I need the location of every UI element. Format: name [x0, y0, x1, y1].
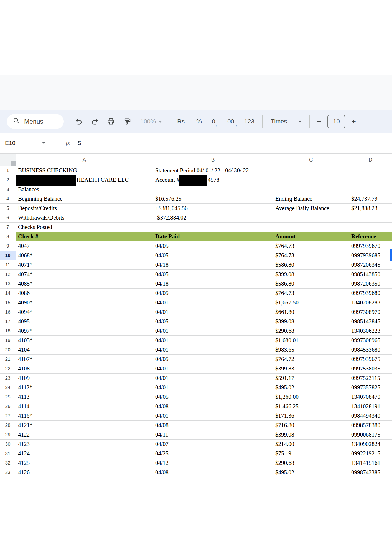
row-header-25[interactable]: 25	[0, 392, 16, 402]
row-header-22[interactable]: 22	[0, 364, 16, 374]
cell[interactable]: 4104	[16, 345, 153, 355]
cell[interactable]: 04/05	[153, 392, 273, 402]
cell[interactable]: 1340208283	[349, 298, 392, 307]
select-all-corner[interactable]	[0, 154, 16, 166]
cell[interactable]: 0997538035	[349, 364, 392, 374]
cell[interactable]: 4094*	[16, 307, 153, 317]
cell[interactable]: 04/01	[153, 364, 273, 374]
cell[interactable]: $586.80	[273, 279, 349, 289]
cell[interactable]: BUSINESS CHECKING	[16, 166, 153, 175]
row-header-24[interactable]: 24	[0, 383, 16, 392]
cell[interactable]	[349, 175, 392, 185]
row-header-10[interactable]: 10	[0, 251, 16, 260]
cell[interactable]: $495.02	[273, 468, 349, 477]
cell[interactable]: 1341415161	[349, 458, 392, 468]
row-header-13[interactable]: 13	[0, 279, 16, 289]
row-header-19[interactable]: 19	[0, 336, 16, 345]
cell[interactable]: Beginning Balance	[16, 194, 153, 204]
more-formats-button[interactable]: 123	[244, 118, 254, 125]
cell[interactable]	[273, 185, 349, 194]
name-box[interactable]: E10	[5, 140, 41, 146]
cell[interactable]: $290.68	[273, 326, 349, 336]
redo-icon[interactable]	[91, 118, 99, 125]
cell[interactable]	[349, 223, 392, 232]
menus-search-button[interactable]: Menus	[7, 114, 64, 129]
cell[interactable]: 0984494340	[349, 411, 392, 421]
cell[interactable]: 04/01	[153, 336, 273, 345]
cell[interactable]: 4047	[16, 241, 153, 251]
row-header-14[interactable]: 14	[0, 289, 16, 298]
cell[interactable]: 04/12	[153, 458, 273, 468]
cell[interactable]	[153, 185, 273, 194]
cell[interactable]: 04/01	[153, 383, 273, 392]
cell[interactable]: $214.00	[273, 440, 349, 449]
row-header-32[interactable]: 32	[0, 458, 16, 468]
row-header-6[interactable]: 6	[0, 213, 16, 223]
cell[interactable]: $75.19	[273, 449, 349, 458]
cell[interactable]: 0998743385	[349, 468, 392, 477]
cell[interactable]: 0997939670	[349, 241, 392, 251]
cell[interactable]	[349, 166, 392, 175]
cell[interactable]	[273, 166, 349, 175]
cell[interactable]: Check #	[16, 232, 153, 241]
cell[interactable]	[153, 223, 273, 232]
row-header-5[interactable]: 5	[0, 204, 16, 213]
cell[interactable]: 04/08	[153, 421, 273, 430]
cell[interactable]: 04/25	[153, 449, 273, 458]
cell[interactable]: 0990068175	[349, 430, 392, 440]
percent-format-button[interactable]: %	[196, 118, 202, 125]
cell[interactable]: 1340306223	[349, 326, 392, 336]
cell[interactable]: 4116*	[16, 411, 153, 421]
cell[interactable]: 0997357825	[349, 383, 392, 392]
cell[interactable]: $716.80	[273, 421, 349, 430]
cell[interactable]: 0992219215	[349, 449, 392, 458]
cell[interactable]: -$372,884.02	[153, 213, 273, 223]
row-header-11[interactable]: 11	[0, 260, 16, 270]
cell[interactable]: $764.73	[273, 289, 349, 298]
cell[interactable]: $399.83	[273, 364, 349, 374]
cell[interactable]: $24,737.79	[349, 194, 392, 204]
cell[interactable]: $661.80	[273, 307, 349, 317]
cell[interactable]: 4086	[16, 289, 153, 298]
cell[interactable]: $764.73	[273, 251, 349, 260]
cell[interactable]: $399.08	[273, 430, 349, 440]
cell[interactable]: 04/01	[153, 374, 273, 383]
cell[interactable]	[273, 213, 349, 223]
cell[interactable]: 04/05	[153, 251, 273, 260]
cell[interactable]: 4114	[16, 402, 153, 411]
cell[interactable]: 0997308965	[349, 336, 392, 345]
column-header-d[interactable]: D	[349, 154, 392, 166]
cell[interactable]: 04/07	[153, 440, 273, 449]
cell[interactable]: $586.80	[273, 260, 349, 270]
row-header-29[interactable]: 29	[0, 430, 16, 440]
cell[interactable]: 4112*	[16, 383, 153, 392]
decrease-font-size-button[interactable]: −	[317, 117, 321, 126]
cell[interactable]: $399.08	[273, 317, 349, 326]
cell[interactable]: $495.02	[273, 383, 349, 392]
formula-input[interactable]: S	[77, 140, 81, 146]
cell[interactable]: 4097*	[16, 326, 153, 336]
cell[interactable]: 4068*	[16, 251, 153, 260]
cell[interactable]: $983.65	[273, 345, 349, 355]
row-header-18[interactable]: 18	[0, 326, 16, 336]
cell[interactable]: $399.08	[273, 270, 349, 279]
cell[interactable]: 04/05	[153, 241, 273, 251]
cell[interactable]: Average Daily Balance	[273, 204, 349, 213]
cell[interactable]: 04/05	[153, 289, 273, 298]
cell[interactable]: 0997523115	[349, 374, 392, 383]
cell[interactable]: $21,888.23	[349, 204, 392, 213]
row-header-33[interactable]: 33	[0, 468, 16, 477]
cell[interactable]: 4095	[16, 317, 153, 326]
paint-format-icon[interactable]	[123, 118, 131, 125]
cell[interactable]: $1,680.01	[273, 336, 349, 345]
cell[interactable]: $1,657.50	[273, 298, 349, 307]
cell[interactable]: 0987206350	[349, 279, 392, 289]
cell[interactable]: 1341028191	[349, 402, 392, 411]
column-header-c[interactable]: C	[273, 154, 349, 166]
cell[interactable]: Date Paid	[153, 232, 273, 241]
column-header-b[interactable]: B	[153, 154, 273, 166]
cell[interactable]: 04/01	[153, 307, 273, 317]
cell[interactable]: 4074*	[16, 270, 153, 279]
row-header-2[interactable]: 2	[0, 175, 16, 185]
row-header-20[interactable]: 20	[0, 345, 16, 355]
